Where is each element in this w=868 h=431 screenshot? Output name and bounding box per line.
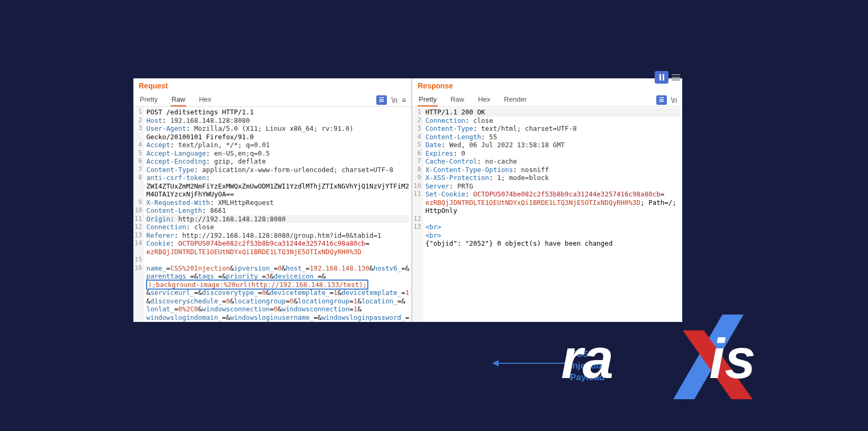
request-editor[interactable]: 12345678910111213141516 POST /editsettin… <box>133 107 411 322</box>
tab-pretty-req[interactable]: Pretty <box>139 93 159 106</box>
response-title: Response <box>418 82 453 90</box>
annotation-arrow <box>493 363 567 364</box>
tab-raw-req[interactable]: Raw <box>170 93 186 106</box>
actions-icon[interactable]: ☰ <box>376 95 387 105</box>
request-panel: Request Pretty Raw Hex ☰ \n ≡ 1234567891… <box>133 78 412 322</box>
response-tabs: Pretty Raw Hex Render ☰ \n <box>412 91 682 107</box>
newline-icon[interactable]: \n <box>391 96 397 104</box>
svg-text:is: is <box>709 328 756 390</box>
svg-text:ra: ra <box>561 328 613 390</box>
burp-editor: Request Pretty Raw Hex ☰ \n ≡ 1234567891… <box>133 78 676 322</box>
request-title: Request <box>139 82 168 90</box>
raxis-logo: ra is <box>561 315 810 399</box>
tab-pretty-res[interactable]: Pretty <box>418 93 438 106</box>
newline-icon-res[interactable]: \n <box>671 96 677 104</box>
request-tabs: Pretty Raw Hex ☰ \n ≡ <box>133 91 411 107</box>
tab-render-res[interactable]: Render <box>503 93 528 106</box>
layout-icon[interactable] <box>672 73 680 82</box>
menu-icon[interactable]: ≡ <box>402 96 406 104</box>
pause-button[interactable] <box>655 71 668 84</box>
response-panel: Response Pretty Raw Hex Render ☰ \n 1234… <box>412 78 682 322</box>
tab-raw-res[interactable]: Raw <box>449 93 465 106</box>
actions-icon-res[interactable]: ☰ <box>656 95 667 105</box>
tab-hex-req[interactable]: Hex <box>198 93 212 106</box>
tab-hex-res[interactable]: Hex <box>477 93 491 106</box>
response-editor[interactable]: 12345678910111213 HTTP/1.1 200 OKConnect… <box>412 107 682 322</box>
